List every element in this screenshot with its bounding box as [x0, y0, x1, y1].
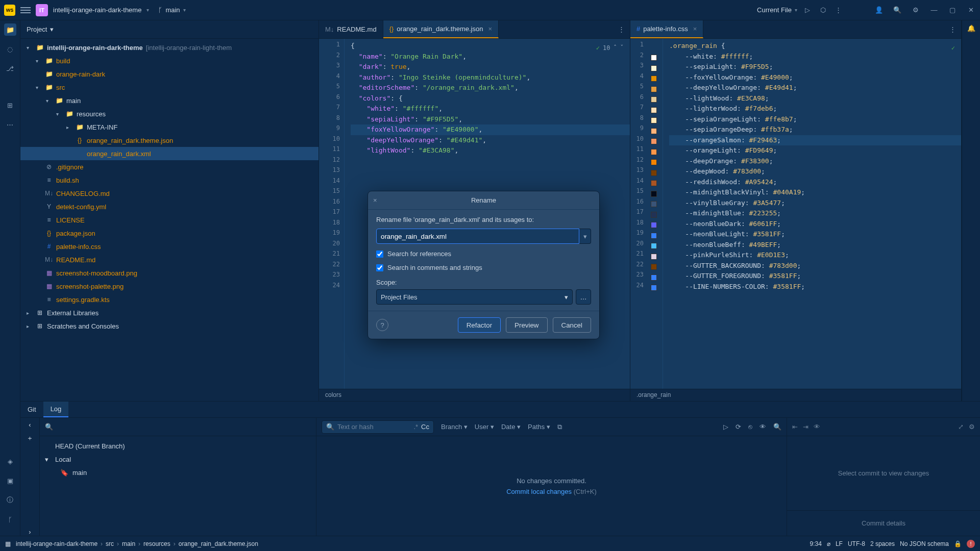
- cursor-position[interactable]: 9:34: [810, 540, 822, 547]
- tree-item[interactable]: ▸⊞Scratches and Consoles: [20, 319, 318, 333]
- filter-date[interactable]: Date ▾: [501, 423, 521, 431]
- tab-theme-json[interactable]: {} orange_rain_dark.theme.json ×: [383, 20, 499, 38]
- settings-icon[interactable]: ⚙: [911, 5, 921, 15]
- close-button[interactable]: ✕: [966, 5, 976, 15]
- tree-item[interactable]: ▦screenshot-moodboard.png: [20, 266, 318, 280]
- expand-icon[interactable]: ⤢: [958, 423, 964, 431]
- commit-link[interactable]: Commit local changes: [506, 488, 572, 495]
- run-config-selector[interactable]: Current File ▾: [757, 6, 797, 14]
- nav-breadcrumb[interactable]: intellij-orange-rain-dark-theme›src›main…: [16, 540, 258, 547]
- branch-group-local[interactable]: ▾Local: [45, 453, 311, 466]
- code-area[interactable]: ✓ .orange_rain { --white: #ffffff; --sep…: [663, 39, 961, 389]
- tree-item[interactable]: 📁orange-rain-dark: [20, 67, 318, 81]
- gear-icon[interactable]: ⚙: [969, 423, 975, 431]
- branch-main[interactable]: 🔖main: [45, 466, 311, 479]
- read-only-icon[interactable]: ⌀: [827, 540, 830, 547]
- chevron-down-icon[interactable]: ▾: [50, 26, 54, 33]
- editor-breadcrumb[interactable]: colors: [319, 389, 630, 401]
- filter-branch[interactable]: Branch ▾: [441, 423, 468, 431]
- hamburger-icon[interactable]: [20, 7, 31, 13]
- line-separator[interactable]: LF: [836, 540, 843, 547]
- debug-button[interactable]: ⬡: [818, 5, 828, 15]
- preview-button[interactable]: Preview: [506, 317, 547, 333]
- tab-actions-icon[interactable]: ⋮: [944, 20, 961, 38]
- more-tool-icon[interactable]: ⋯: [4, 118, 16, 131]
- tree-item[interactable]: ▾📁src: [20, 81, 318, 94]
- more-icon[interactable]: ⋮: [833, 5, 843, 15]
- tree-item[interactable]: M↓CHANGELOG.md: [20, 187, 318, 200]
- refactor-button[interactable]: Refactor: [458, 317, 501, 333]
- commit-search[interactable]: 🔍 Text or hash .* Cc: [322, 420, 434, 434]
- cherry-pick-icon[interactable]: ⎋: [748, 423, 752, 431]
- indent[interactable]: 2 spaces: [870, 540, 895, 547]
- help-button[interactable]: ?: [376, 319, 388, 331]
- pull-requests-icon[interactable]: ⎇: [4, 62, 16, 74]
- scope-browse-button[interactable]: …: [576, 289, 591, 305]
- tree-item[interactable]: {}orange_rain_dark.theme.json: [20, 134, 318, 147]
- tab-readme[interactable]: M↓ README.md: [319, 20, 383, 38]
- project-tool-icon[interactable]: 📁: [4, 23, 16, 36]
- inspections-widget[interactable]: ✓: [951, 43, 955, 54]
- project-name[interactable]: intellij-orange-rain-dark-theme: [53, 6, 141, 14]
- editor-body[interactable]: 123456789101112131415161718192021222324 …: [630, 39, 961, 389]
- read-lock-icon[interactable]: 🔒: [954, 540, 962, 547]
- tree-item[interactable]: #palette-info.css: [20, 240, 318, 253]
- check-search-comments[interactable]: Search in comments and strings: [376, 264, 591, 271]
- tree-item[interactable]: {}package.json: [20, 227, 318, 240]
- close-icon[interactable]: ×: [693, 25, 697, 33]
- git-branch-search[interactable]: 🔍: [40, 418, 316, 436]
- collapse-icon[interactable]: ‹: [29, 421, 31, 429]
- tab-actions-icon[interactable]: ⋮: [613, 20, 630, 38]
- match-case-icon[interactable]: Cc: [421, 423, 429, 431]
- tree-item[interactable]: ▾📁main: [20, 94, 318, 107]
- notifications-icon[interactable]: 🔔: [967, 24, 975, 32]
- filter-paths[interactable]: Paths ▾: [528, 423, 550, 431]
- eye-icon[interactable]: 👁: [760, 423, 766, 431]
- run-button[interactable]: ▷: [802, 5, 813, 15]
- tool-window-icon[interactable]: ▦: [5, 540, 11, 547]
- tab-log[interactable]: Log: [43, 402, 69, 417]
- branch-selector[interactable]: ᚴ main ▾: [158, 6, 185, 14]
- minimize-button[interactable]: —: [929, 5, 939, 15]
- chevron-up-icon[interactable]: ˆ: [614, 43, 617, 54]
- close-icon[interactable]: ×: [373, 196, 377, 204]
- next-icon[interactable]: ⇥: [803, 423, 808, 431]
- structure-tool-icon[interactable]: ⊞: [4, 99, 16, 111]
- tree-item[interactable]: ▾📁resources: [20, 107, 318, 120]
- find-icon[interactable]: 🔍: [773, 423, 781, 431]
- regex-icon[interactable]: .*: [413, 423, 418, 431]
- tree-item[interactable]: ▸📁META-INF: [20, 120, 318, 134]
- tree-item[interactable]: ⊘.gitignore: [20, 160, 318, 173]
- problems-icon[interactable]: ⓘ: [4, 494, 16, 506]
- encoding[interactable]: UTF-8: [848, 540, 865, 547]
- eye-icon[interactable]: 👁: [814, 423, 820, 431]
- project-panel-header[interactable]: Project ▾: [20, 20, 318, 39]
- tree-item[interactable]: M↓README.md: [20, 253, 318, 266]
- chevron-down-icon[interactable]: ˇ: [620, 43, 624, 54]
- project-tree[interactable]: ▾📁intellij-orange-rain-dark-theme [intel…: [20, 39, 318, 401]
- json-schema[interactable]: No JSON schema: [900, 540, 949, 547]
- services-icon[interactable]: ◈: [4, 455, 16, 467]
- tree-item[interactable]: Ydetekt-config.yml: [20, 200, 318, 213]
- checkbox[interactable]: [376, 264, 383, 271]
- tree-item[interactable]: ▸⊞External Libraries: [20, 306, 318, 319]
- search-icon[interactable]: 🔍: [892, 5, 902, 15]
- open-new-tab-icon[interactable]: ⧉: [557, 423, 562, 431]
- filter-user[interactable]: User ▾: [475, 423, 494, 431]
- scope-select[interactable]: Project Files ▾: [376, 289, 573, 305]
- refresh-icon[interactable]: ⟳: [736, 423, 741, 431]
- add-icon[interactable]: ＋: [27, 434, 33, 443]
- chevron-down-icon[interactable]: ▾: [146, 7, 149, 13]
- tree-item[interactable]: ▦screenshot-palette.png: [20, 280, 318, 293]
- rename-input[interactable]: [376, 229, 579, 244]
- tree-item[interactable]: ≡settings.gradle.kts: [20, 293, 318, 306]
- inspections-widget[interactable]: ✓ 10 ˆ ˇ: [596, 43, 624, 54]
- commit-tool-icon[interactable]: ◌: [4, 43, 16, 55]
- close-icon[interactable]: ×: [488, 25, 492, 33]
- tree-item[interactable]: ≡build.sh: [20, 173, 318, 187]
- tree-item[interactable]: ≡LICENSE: [20, 213, 318, 227]
- tree-root[interactable]: ▾📁intellij-orange-rain-dark-theme [intel…: [20, 41, 318, 54]
- error-icon[interactable]: !: [967, 540, 975, 548]
- go-to-hash-icon[interactable]: ▷: [723, 423, 728, 431]
- rename-history-dropdown[interactable]: ▾: [579, 229, 591, 244]
